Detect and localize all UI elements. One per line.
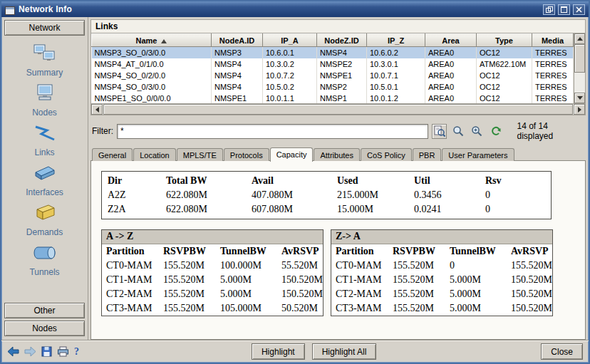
column-header-nodez-id[interactable]: NodeZ.ID bbox=[317, 34, 367, 47]
links-table: NameNodeA.IDIP_ANodeZ.IDIP_ZAreaTypeMedi… bbox=[91, 33, 574, 103]
cell: 5.000M bbox=[216, 273, 277, 287]
network-button[interactable]: Network bbox=[4, 20, 85, 36]
cell: 10.6.0.1 bbox=[263, 47, 317, 58]
close-button[interactable]: Close bbox=[541, 343, 583, 360]
bw-row: A2Z622.080M407.080M215.000M0.34560 bbox=[103, 188, 549, 202]
cell: 10.5.0.2 bbox=[263, 81, 317, 93]
close-icon[interactable] bbox=[573, 4, 585, 15]
horizontal-scrollbar-thumb[interactable] bbox=[103, 104, 573, 115]
cell: CT2-MAM bbox=[331, 287, 388, 301]
link-row[interactable]: NMSP4_AT_0/1/0.0NMSP410.3.0.2NMSPE210.3.… bbox=[92, 58, 574, 70]
print-icon[interactable] bbox=[57, 346, 69, 357]
zoom-icon[interactable] bbox=[470, 124, 485, 139]
filter-label: Filter: bbox=[92, 126, 113, 136]
cell: NMSP4 bbox=[212, 70, 263, 81]
cell: 5.000M bbox=[216, 287, 277, 301]
filter-input[interactable] bbox=[117, 124, 428, 139]
tab-mpls-te[interactable]: MPLS/TE bbox=[177, 148, 223, 161]
refresh-icon[interactable] bbox=[488, 124, 503, 139]
partition-row: CT1-MAM155.520M5.000M150.520M bbox=[331, 273, 552, 287]
tab-cos-policy[interactable]: CoS Policy bbox=[361, 148, 412, 161]
column-header-nodea-id[interactable]: NodeA.ID bbox=[212, 34, 263, 47]
cell: 5.000M bbox=[445, 301, 507, 316]
maximize-icon[interactable] bbox=[558, 4, 570, 15]
vertical-scrollbar[interactable] bbox=[574, 33, 585, 103]
tab-general[interactable]: General bbox=[92, 148, 133, 161]
scroll-down-button[interactable] bbox=[574, 93, 585, 103]
column-header-media[interactable]: Media bbox=[532, 34, 574, 47]
nodes-button[interactable]: Nodes bbox=[4, 321, 85, 336]
help-icon[interactable]: ? bbox=[74, 346, 79, 358]
back-icon[interactable] bbox=[7, 346, 19, 357]
cell: 150.520M bbox=[507, 273, 552, 287]
save-icon[interactable] bbox=[41, 346, 52, 357]
arrow-right-icon bbox=[578, 107, 581, 113]
column-header-rsvpbw: RSVPBW bbox=[388, 244, 445, 259]
link-row[interactable]: NMSPE1_SO_0/0/0.0NMSPE110.0.1.1NMSP110.0… bbox=[92, 93, 574, 104]
column-header-type[interactable]: Type bbox=[477, 34, 532, 47]
highlight-all-button[interactable]: Highlight All bbox=[312, 343, 377, 360]
partition-row: CT0-MAM155.520M100.000M55.520M bbox=[102, 259, 323, 273]
cell: CT1-MAM bbox=[331, 273, 388, 287]
footer-toolbar: ? bbox=[7, 346, 87, 358]
horizontal-scrollbar[interactable] bbox=[90, 104, 586, 115]
sidebar: Network Summary Nodes bbox=[1, 17, 88, 340]
column-header-partition: Partition bbox=[102, 244, 159, 259]
cell: A2Z bbox=[103, 188, 162, 202]
cell: 155.520M bbox=[388, 259, 445, 273]
cell: AREA0 bbox=[425, 81, 477, 93]
scroll-up-button[interactable] bbox=[574, 33, 585, 44]
cell: 10.6.0.2 bbox=[367, 47, 425, 58]
links-panel: Links NameNodeA.IDIP_ANodeZ.IDIP_ZAreaTy… bbox=[88, 17, 589, 340]
tab-user-parameters[interactable]: User Parameters bbox=[442, 148, 514, 161]
column-header-util: Util bbox=[410, 174, 481, 188]
partition-row: CT2-MAM155.520M5.000M150.520M bbox=[102, 287, 323, 301]
column-header-ip-z[interactable]: IP_Z bbox=[367, 34, 425, 47]
sidebar-item-summary[interactable]: Summary bbox=[4, 43, 85, 78]
cell: CT0-MAM bbox=[331, 259, 388, 273]
cell: TERRES bbox=[532, 58, 574, 70]
title-bar[interactable]: Network Info bbox=[1, 1, 589, 17]
partition-row: CT3-MAM155.520M105.000M50.520M bbox=[102, 301, 323, 316]
nodes-icon bbox=[33, 83, 57, 106]
cell: NMSP2 bbox=[317, 81, 367, 93]
highlight-button[interactable]: Highlight bbox=[252, 343, 305, 360]
sidebar-item-interfaces[interactable]: Interfaces bbox=[4, 163, 85, 197]
sidebar-item-tunnels[interactable]: Tunnels bbox=[4, 243, 85, 277]
search-icon[interactable] bbox=[450, 124, 465, 139]
tab-location[interactable]: Location bbox=[133, 148, 176, 161]
forward-icon[interactable] bbox=[24, 346, 36, 357]
column-header-name[interactable]: Name bbox=[92, 34, 212, 47]
link-row[interactable]: NMSP4_SO_0/3/0.0NMSP410.5.0.2NMSP210.5.0… bbox=[92, 81, 574, 93]
cell: 155.520M bbox=[388, 301, 445, 316]
detach-icon[interactable] bbox=[543, 4, 555, 15]
sidebar-item-nodes[interactable]: Nodes bbox=[4, 83, 85, 118]
sidebar-item-demands[interactable]: Demands bbox=[4, 203, 85, 237]
cell: 155.520M bbox=[159, 287, 216, 301]
preview-search-icon[interactable] bbox=[432, 124, 447, 139]
scroll-right-button[interactable] bbox=[574, 104, 585, 115]
cell: NMSP3 bbox=[212, 47, 263, 58]
cell: NMSP4_AT_0/1/0.0 bbox=[92, 58, 212, 70]
bw-row: Z2A622.080M607.080M15.000M0.02410 bbox=[103, 202, 549, 217]
column-header-ip-a[interactable]: IP_A bbox=[263, 34, 317, 47]
cell: CT3-MAM bbox=[102, 301, 159, 316]
cell: 10.3.0.1 bbox=[367, 58, 425, 70]
tab-attributes[interactable]: Attributes bbox=[314, 148, 359, 161]
cell: OC12 bbox=[477, 81, 532, 93]
cell: 10.0.7.2 bbox=[263, 70, 317, 81]
tab-capacity[interactable]: Capacity bbox=[270, 147, 314, 162]
tab-protocols[interactable]: Protocols bbox=[224, 148, 269, 161]
cell: 150.520M bbox=[507, 301, 552, 316]
tab-pbr[interactable]: PBR bbox=[413, 148, 442, 161]
window-controls bbox=[543, 4, 585, 15]
sidebar-item-links[interactable]: Links bbox=[4, 123, 85, 157]
cell: OC12 bbox=[477, 93, 532, 104]
link-row[interactable]: NMSP4_SO_0/2/0.0NMSP410.0.7.2NMSPE110.0.… bbox=[92, 70, 574, 81]
scroll-left-button[interactable] bbox=[91, 104, 103, 115]
column-header-area[interactable]: Area bbox=[425, 34, 477, 47]
vertical-scrollbar-thumb[interactable] bbox=[574, 44, 585, 73]
other-button[interactable]: Other bbox=[4, 303, 85, 318]
link-row[interactable]: NMSP3_SO_0/3/0.0NMSP310.6.0.1NMSP410.6.0… bbox=[92, 47, 574, 58]
demands-icon bbox=[33, 203, 57, 226]
